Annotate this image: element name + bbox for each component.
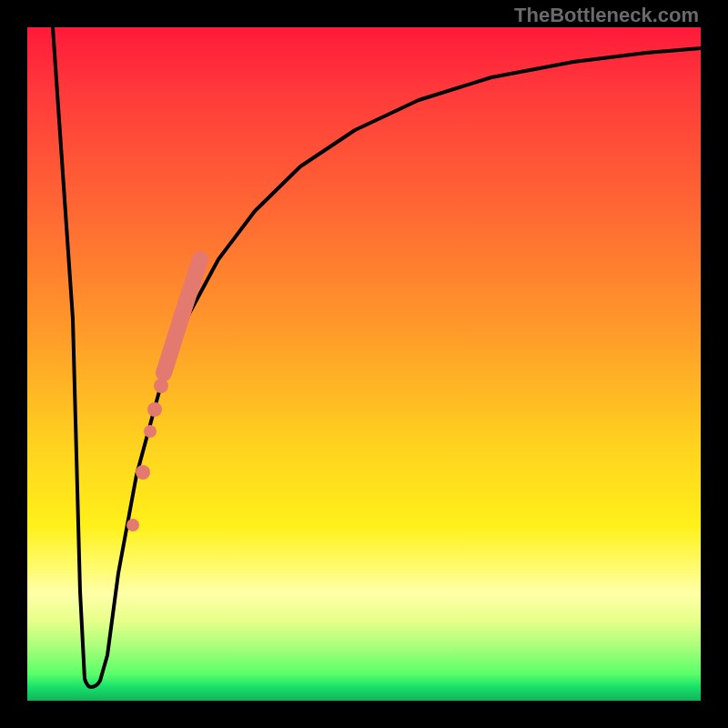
plot-area bbox=[27, 27, 701, 701]
marker-dot bbox=[136, 465, 150, 480]
marker-dot bbox=[144, 425, 157, 438]
marker-dot bbox=[147, 402, 162, 417]
highlight-segment bbox=[164, 259, 200, 373]
bottleneck-curve bbox=[53, 27, 701, 687]
marker-dot bbox=[126, 519, 139, 531]
curve-svg bbox=[27, 27, 701, 701]
marker-dot bbox=[154, 379, 168, 393]
watermark-text: TheBottleneck.com bbox=[514, 4, 699, 27]
chart-frame: TheBottleneck.com bbox=[0, 0, 728, 728]
